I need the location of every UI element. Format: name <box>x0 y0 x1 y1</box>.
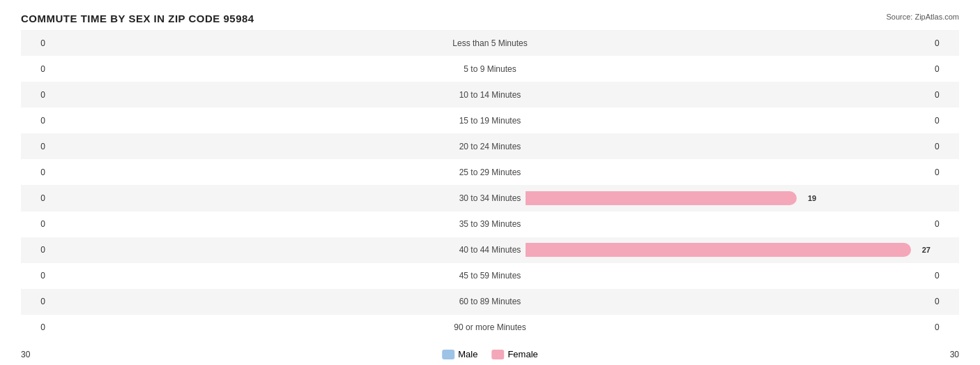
female-bar-side <box>524 139 931 154</box>
butterfly-bar-area: 90 or more Minutes <box>49 315 931 341</box>
male-bar-side <box>49 242 456 258</box>
female-value: 0 <box>931 142 959 151</box>
male-value: 0 <box>21 90 49 100</box>
female-bar: 19 <box>526 191 797 205</box>
female-bar-value: 27 <box>922 246 931 254</box>
butterfly-bar-area: Less than 5 Minutes <box>49 30 931 56</box>
table-row: 030 to 34 Minutes19 <box>21 185 959 211</box>
male-value: 0 <box>21 167 49 177</box>
table-row: 035 to 39 Minutes0 <box>21 211 959 237</box>
male-bar-side <box>49 268 456 283</box>
table-row: 045 to 59 Minutes0 <box>21 263 959 289</box>
female-value: 0 <box>931 167 959 177</box>
female-value: 0 <box>931 297 959 306</box>
male-bar-side <box>49 216 456 232</box>
row-label: 40 to 44 Minutes <box>456 245 525 255</box>
table-row: 090 or more Minutes0 <box>21 315 959 341</box>
female-value: 0 <box>931 38 959 48</box>
female-bar-side <box>531 36 931 51</box>
female-bar: 27 <box>526 243 911 257</box>
row-label: 35 to 39 Minutes <box>456 219 525 229</box>
male-bar-side <box>49 139 456 154</box>
row-label: 10 to 14 Minutes <box>456 90 525 100</box>
table-row: 020 to 24 Minutes0 <box>21 133 959 159</box>
male-value: 0 <box>21 64 49 74</box>
table-row: 0Less than 5 Minutes0 <box>21 30 959 56</box>
female-bar-side <box>530 320 931 335</box>
row-label: 5 to 9 Minutes <box>460 64 519 74</box>
chart-container: COMMUTE TIME BY SEX IN ZIP CODE 95984 So… <box>0 0 980 365</box>
table-row: 010 to 14 Minutes0 <box>21 82 959 107</box>
table-row: 040 to 44 Minutes27 <box>21 237 959 263</box>
male-bar-side <box>49 61 460 77</box>
female-value: 0 <box>931 90 959 100</box>
female-label: Female <box>507 349 537 359</box>
female-bar-side <box>524 87 931 103</box>
butterfly-bar-area: 30 to 34 Minutes19 <box>49 185 931 211</box>
row-label: 30 to 34 Minutes <box>456 193 525 203</box>
row-label: 15 to 19 Minutes <box>456 116 525 126</box>
female-bar-side <box>524 113 931 128</box>
male-value: 0 <box>21 219 49 229</box>
male-bar-side <box>49 191 456 206</box>
butterfly-bar-area: 40 to 44 Minutes27 <box>49 237 931 263</box>
butterfly-bar-area: 35 to 39 Minutes <box>49 211 931 237</box>
legend-male: Male <box>442 349 477 359</box>
table-row: 025 to 29 Minutes0 <box>21 159 959 185</box>
butterfly-bar-area: 25 to 29 Minutes <box>49 159 931 185</box>
male-bar-side <box>49 87 456 103</box>
male-value: 0 <box>21 38 49 48</box>
male-value: 0 <box>21 142 49 151</box>
female-value: 0 <box>931 64 959 74</box>
female-value: 0 <box>931 116 959 126</box>
male-label: Male <box>458 349 477 359</box>
butterfly-bar-area: 10 to 14 Minutes <box>49 82 931 107</box>
male-bar-side <box>49 36 449 51</box>
male-bar-side <box>49 320 450 335</box>
female-swatch <box>491 350 504 359</box>
female-value: 0 <box>931 219 959 229</box>
row-label: 20 to 24 Minutes <box>456 142 525 151</box>
legend-female: Female <box>491 349 537 359</box>
male-value: 0 <box>21 322 49 332</box>
butterfly-bar-area: 15 to 19 Minutes <box>49 107 931 133</box>
male-value: 0 <box>21 245 49 255</box>
female-bar-side <box>520 61 931 77</box>
male-value: 0 <box>21 116 49 126</box>
row-label: 45 to 59 Minutes <box>456 271 525 281</box>
male-bar-side <box>49 165 456 180</box>
butterfly-bar-area: 20 to 24 Minutes <box>49 133 931 159</box>
female-bar-side <box>524 165 931 180</box>
male-bar-side <box>49 113 456 128</box>
chart-body: 0Less than 5 Minutes005 to 9 Minutes0010… <box>21 30 959 341</box>
row-label: 25 to 29 Minutes <box>456 167 525 177</box>
butterfly-bar-area: 60 to 89 Minutes <box>49 289 931 315</box>
female-bar-side <box>524 216 931 232</box>
table-row: 05 to 9 Minutes0 <box>21 56 959 82</box>
female-bar-side <box>524 268 931 283</box>
male-value: 0 <box>21 193 49 203</box>
table-row: 015 to 19 Minutes0 <box>21 107 959 133</box>
female-value: 0 <box>931 271 959 281</box>
chart-title: COMMUTE TIME BY SEX IN ZIP CODE 95984 <box>21 13 959 24</box>
butterfly-bar-area: 45 to 59 Minutes <box>49 263 931 289</box>
male-value: 0 <box>21 271 49 281</box>
male-value: 0 <box>21 297 49 306</box>
row-label: Less than 5 Minutes <box>449 38 530 48</box>
female-bar-value: 19 <box>808 194 816 202</box>
butterfly-bar-area: 5 to 9 Minutes <box>49 56 931 82</box>
row-label: 90 or more Minutes <box>450 322 529 332</box>
male-bar-side <box>49 294 456 309</box>
table-row: 060 to 89 Minutes0 <box>21 289 959 315</box>
axis-left: 30 <box>21 350 30 359</box>
source-label: Source: ZipAtlas.com <box>886 13 959 21</box>
axis-right: 30 <box>950 350 959 359</box>
legend: Male Female <box>442 349 538 359</box>
male-swatch <box>442 350 454 359</box>
row-label: 60 to 89 Minutes <box>456 297 525 306</box>
female-bar-side <box>524 294 931 309</box>
female-value: 0 <box>931 322 959 332</box>
female-bar-side: 27 <box>524 242 931 258</box>
female-bar-side: 19 <box>524 191 931 206</box>
